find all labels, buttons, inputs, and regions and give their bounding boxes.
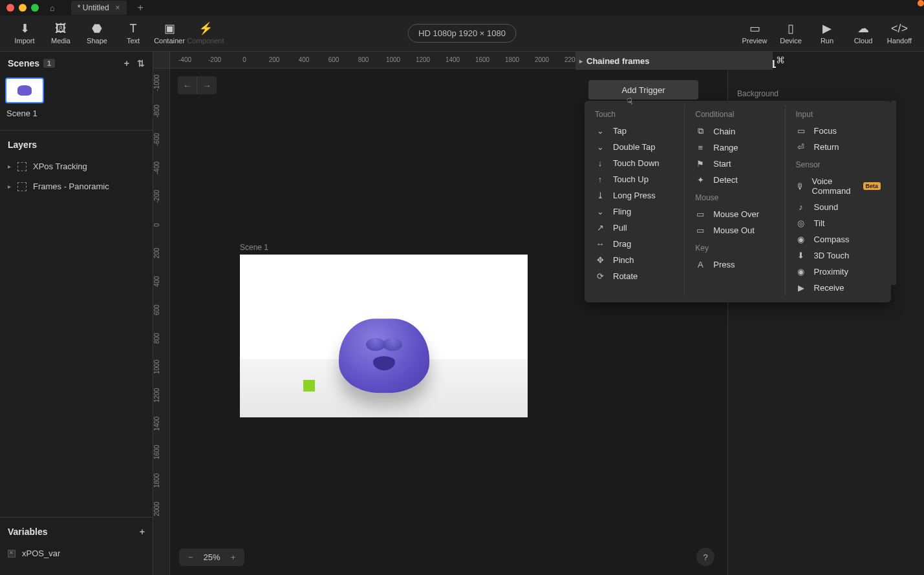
ruler-tick: 0 <box>230 56 259 63</box>
trigger-item-tap[interactable]: ⌄Tap <box>586 123 683 139</box>
trigger-item-label: Touch Up <box>613 174 649 184</box>
text-button[interactable]: T Text <box>115 17 151 50</box>
scenes-title: Scenes <box>8 58 39 68</box>
ruler-tick: -600 <box>153 125 169 154</box>
media-icon: 🖼 <box>55 22 67 35</box>
trigger-item-mouse-out[interactable]: ▭Mouse Out <box>686 222 783 238</box>
scene-label[interactable]: Scene 1 <box>0 106 153 127</box>
device-label: Device <box>780 37 802 45</box>
trigger-item-compass[interactable]: ◉Compass <box>787 231 890 247</box>
trigger-item-label: Tap <box>613 126 627 136</box>
trigger-item-drag[interactable]: ↔Drag <box>586 236 683 252</box>
ruler-corner <box>153 52 170 68</box>
cloud-button[interactable]: ☁ Cloud <box>845 17 881 50</box>
ruler-tick: 0 <box>153 211 169 239</box>
window-maximize-icon[interactable] <box>31 4 39 12</box>
trigger-item-long-press[interactable]: ⤓Long Press <box>586 187 683 204</box>
trigger-item-touch-up[interactable]: ↑Touch Up <box>586 171 683 187</box>
device-button[interactable]: ▯ Device <box>773 17 809 50</box>
frame-content[interactable] <box>240 255 528 417</box>
ruler-tick: -1000 <box>153 68 169 97</box>
return-icon: ⏎ <box>796 142 806 152</box>
disclosure-icon[interactable]: ▸ <box>579 58 583 65</box>
document-tab[interactable]: * Untitled × <box>71 1 127 15</box>
chained-frames-header[interactable]: ▸ Chained frames <box>575 52 773 70</box>
run-icon: ▶ <box>822 22 832 35</box>
trigger-item-chain[interactable]: ⧉Chain <box>686 123 783 140</box>
scene-frame[interactable]: Scene 1 <box>240 243 528 417</box>
shape-button[interactable]: ⬣ Shape <box>79 17 115 50</box>
media-button[interactable]: 🖼 Media <box>43 17 79 50</box>
add-tab-button[interactable]: + <box>138 2 144 14</box>
long-press-icon: ⤓ <box>595 191 605 200</box>
add-trigger-button[interactable]: Add Trigger <box>588 80 698 99</box>
import-button[interactable]: ⬇ Import <box>6 17 43 50</box>
add-variable-button[interactable]: + <box>140 527 145 537</box>
trigger-item-tilt[interactable]: ◎Tilt <box>787 215 890 231</box>
scenes-settings-icon[interactable]: ⇅ <box>137 58 145 68</box>
handoff-button[interactable]: </> Handoff <box>881 17 918 50</box>
mouse-out-icon: ▭ <box>695 225 705 235</box>
add-scene-button[interactable]: + <box>124 58 129 68</box>
trigger-item-proximity[interactable]: ◉Proximity <box>787 264 890 280</box>
trigger-item-touch-down[interactable]: ↓Touch Down <box>586 155 683 171</box>
trigger-item-mouse-over[interactable]: ▭Mouse Over <box>686 206 783 222</box>
trigger-item-label: Fling <box>613 207 631 216</box>
window-close-icon[interactable] <box>6 4 14 12</box>
compass-icon: ◉ <box>796 235 806 244</box>
scene-thumbnail[interactable] <box>5 78 44 103</box>
trigger-item-start[interactable]: ⚑Start <box>686 156 783 172</box>
trigger-item-press[interactable]: APress <box>686 256 783 273</box>
trigger-item-focus[interactable]: ▭Focus <box>787 123 890 139</box>
trigger-item-range[interactable]: ≡Range <box>686 140 783 156</box>
ruler-tick: -800 <box>153 97 169 125</box>
chevron-right-icon[interactable]: ▸ <box>8 183 11 190</box>
focus-icon: ▭ <box>796 126 806 136</box>
trigger-item-voice-command[interactable]: 🎙Voice CommandBeta <box>787 173 890 199</box>
ruler-tick: 1400 <box>153 410 169 438</box>
trigger-item-label: Touch Down <box>613 158 660 168</box>
zoom-out-button[interactable]: − <box>184 551 197 563</box>
trigger-item-3d-touch[interactable]: ⬇3D Touch <box>787 247 890 264</box>
trigger-item-detect[interactable]: ✦Detect <box>686 172 783 188</box>
nav-back-button[interactable]: ← <box>178 76 197 94</box>
trigger-item-label: Chain <box>713 127 735 136</box>
ruler-tick: 800 <box>153 324 169 353</box>
window-minimize-icon[interactable] <box>19 4 27 12</box>
zoom-value[interactable]: 25% <box>204 552 220 562</box>
green-marker[interactable] <box>303 380 315 392</box>
run-button[interactable]: ▶ Run <box>809 17 845 50</box>
ruler-tick: 1600 <box>153 438 169 466</box>
preview-button[interactable]: ▭ Preview <box>736 17 773 50</box>
zoom-in-button[interactable]: + <box>227 551 240 563</box>
trigger-item-receive[interactable]: ▶Receive <box>787 280 890 296</box>
trigger-item-fling[interactable]: ⌄Fling <box>586 204 683 220</box>
help-button[interactable]: ? <box>696 548 714 566</box>
trigger-item-pinch[interactable]: ✥Pinch <box>586 252 683 268</box>
variable-item[interactable]: xPOS_var <box>0 543 153 563</box>
ruler-tick: 600 <box>153 296 169 324</box>
trigger-item-rotate[interactable]: ⟳Rotate <box>586 268 683 284</box>
trigger-item-label: Tilt <box>814 218 825 228</box>
nav-forward-button[interactable]: → <box>197 76 217 94</box>
container-icon: ▣ <box>164 22 175 35</box>
chevron-right-icon[interactable]: ▸ <box>8 163 11 170</box>
layer-item[interactable]: ▸ Frames - Panoramic <box>0 176 153 196</box>
trigger-item-double-tap[interactable]: ⌄Double Tap <box>586 139 683 155</box>
component-button[interactable]: ⚡ Component <box>188 17 224 50</box>
trigger-item-return[interactable]: ⏎Return <box>787 139 890 155</box>
import-icon: ⬇ <box>20 22 30 35</box>
layers-title: Layers <box>8 140 37 150</box>
resolution-pill[interactable]: HD 1080p 1920 × 1080 <box>407 24 517 43</box>
close-tab-icon[interactable]: × <box>116 3 120 12</box>
ruler-tick: 400 <box>153 267 169 296</box>
handoff-label: Handoff <box>887 37 912 45</box>
layer-item[interactable]: ▸ XPos Tracking <box>0 156 153 176</box>
double-tap-icon: ⌄ <box>595 142 605 152</box>
trigger-item-sound[interactable]: ♪Sound <box>787 199 890 215</box>
run-label: Run <box>821 37 833 45</box>
container-button[interactable]: ▣ Container <box>151 17 188 50</box>
zoom-control: − 25% + <box>179 549 244 566</box>
trigger-item-pull[interactable]: ↗Pull <box>586 220 683 236</box>
home-icon[interactable]: ⌂ <box>50 3 55 13</box>
